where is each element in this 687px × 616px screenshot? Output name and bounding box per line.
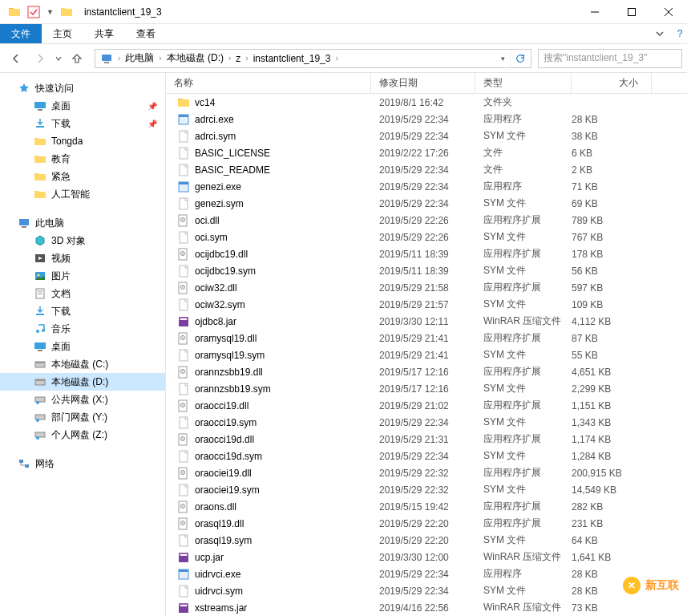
sidebar-item[interactable]: 公共网盘 (X:)	[0, 391, 165, 408]
sidebar-item[interactable]: 桌面📌	[0, 97, 165, 115]
file-name: ociw32.sym	[195, 299, 245, 310]
svg-rect-51	[179, 282, 187, 294]
file-size: 4,112 KB	[572, 316, 652, 327]
file-row[interactable]: ociw32.dll 2019/5/29 21:58 应用程序扩展 597 KB	[166, 279, 687, 296]
file-row[interactable]: BASIC_README 2019/5/29 22:34 文件 2 KB	[166, 161, 687, 178]
sidebar-item[interactable]: 个人网盘 (Z:)	[0, 426, 165, 444]
file-row[interactable]: ocijdbc19.sym 2019/5/11 18:39 SYM 文件 56 …	[166, 262, 687, 279]
file-type: 应用程序	[475, 567, 572, 581]
help-icon[interactable]: ?	[673, 24, 687, 43]
sidebar-item[interactable]: 3D 对象	[0, 232, 165, 249]
sidebar-network[interactable]: 网络	[0, 455, 165, 472]
sidebar-item[interactable]: 教育	[0, 150, 165, 168]
sidebar-item[interactable]: 紧急	[0, 168, 165, 185]
file-row[interactable]: oraocci19.sym 2019/5/29 22:34 SYM 文件 1,3…	[166, 414, 687, 431]
file-row[interactable]: genezi.exe 2019/5/29 22:34 应用程序 71 KB	[166, 178, 687, 195]
file-row[interactable]: oci.sym 2019/5/29 22:26 SYM 文件 767 KB	[166, 229, 687, 245]
sidebar-item[interactable]: Tongda	[0, 132, 165, 150]
chevron-right-icon[interactable]: ›	[116, 54, 122, 63]
nav-forward-button[interactable]	[29, 47, 51, 70]
ribbon-share-tab[interactable]: 共享	[83, 24, 125, 43]
file-row[interactable]: orannzsbb19.sym 2019/5/17 12:16 SYM 文件 2…	[166, 380, 687, 397]
sidebar-item[interactable]: 视频	[0, 249, 165, 267]
breadcrumb-item[interactable]: 此电脑	[122, 50, 157, 67]
sidebar-item[interactable]: 图片	[0, 267, 165, 285]
column-header-type[interactable]: 类型	[475, 73, 572, 93]
titlebar-dropdown-icon[interactable]: ▼	[46, 8, 54, 16]
file-row[interactable]: adrci.sym 2019/5/29 22:34 SYM 文件 38 KB	[166, 128, 687, 144]
file-row[interactable]: adrci.exe 2019/5/29 22:34 应用程序 28 KB	[166, 111, 687, 128]
search-input[interactable]: 搜索"instantclient_19_3"	[538, 49, 682, 68]
maximize-button[interactable]	[613, 0, 650, 24]
sidebar-item[interactable]: 下载📌	[0, 115, 165, 132]
file-row[interactable]: oraocci19.dll 2019/5/29 21:02 应用程序扩展 1,1…	[166, 397, 687, 414]
svg-rect-9	[36, 126, 44, 128]
file-date: 2019/5/11 18:39	[371, 249, 475, 260]
chevron-right-icon[interactable]: ›	[333, 54, 339, 63]
chevron-right-icon[interactable]: ›	[157, 54, 163, 63]
file-row[interactable]: oramysql19.dll 2019/5/29 21:41 应用程序扩展 87…	[166, 330, 687, 346]
breadcrumb-item[interactable]: 本地磁盘 (D:)	[164, 50, 227, 67]
sidebar-item[interactable]: 本地磁盘 (C:)	[0, 355, 165, 373]
file-row[interactable]: genezi.sym 2019/5/29 22:34 SYM 文件 69 KB	[166, 195, 687, 212]
file-row[interactable]: oci.dll 2019/5/29 22:26 应用程序扩展 789 KB	[166, 212, 687, 229]
svg-rect-57	[180, 318, 187, 320]
file-row[interactable]: orasql19.sym 2019/5/29 22:20 SYM 文件 64 K…	[166, 532, 687, 549]
folder-small-icon	[60, 6, 73, 18]
sidebar-item[interactable]: 文档	[0, 285, 165, 302]
file-size: 28 KB	[572, 114, 652, 125]
sidebar-item[interactable]: 下载	[0, 302, 165, 320]
file-row[interactable]: uidrvci.sym 2019/5/29 22:34 SYM 文件 28 KB	[166, 582, 687, 599]
file-row[interactable]: oramysql19.sym 2019/5/29 21:41 SYM 文件 55…	[166, 346, 687, 363]
ribbon-view-tab[interactable]: 查看	[125, 24, 167, 43]
svg-rect-37	[180, 131, 188, 142]
column-header-size[interactable]: 大小	[572, 73, 652, 93]
file-row[interactable]: ojdbc8.jar 2019/3/30 12:11 WinRAR 压缩文件 4…	[166, 313, 687, 330]
breadcrumb[interactable]: › 此电脑 › 本地磁盘 (D:) › z › instantclient_19…	[95, 49, 531, 68]
sidebar-item[interactable]: 音乐	[0, 320, 165, 338]
file-name: oraocci19.dll	[195, 400, 249, 411]
minimize-button[interactable]	[576, 0, 613, 24]
check-icon[interactable]	[27, 6, 40, 18]
sidebar-item[interactable]: 本地磁盘 (D:)	[0, 373, 165, 391]
column-header-name[interactable]: 名称	[166, 73, 371, 93]
breadcrumb-dropdown-icon[interactable]: ▾	[495, 55, 510, 63]
nav-up-button[interactable]	[66, 47, 88, 70]
file-size: 200,915 KB	[572, 468, 652, 479]
column-header-date[interactable]: 修改日期	[371, 73, 475, 93]
file-size: 28 KB	[572, 569, 652, 580]
sidebar-item[interactable]: 部门网盘 (Y:)	[0, 408, 165, 426]
file-row[interactable]: xstreams.jar 2019/4/16 22:56 WinRAR 压缩文件…	[166, 599, 687, 616]
breadcrumb-item[interactable]: instantclient_19_3	[250, 50, 334, 67]
file-row[interactable]: vc14 2019/8/1 16:42 文件夹	[166, 94, 687, 111]
sidebar-quick-access[interactable]: 快速访问	[0, 79, 165, 97]
sidebar-item[interactable]: 人工智能	[0, 185, 165, 203]
file-list: 名称 修改日期 类型 大小 vc14 2019/8/1 16:42 文件夹 ad…	[166, 73, 687, 616]
close-button[interactable]	[650, 0, 687, 24]
file-row[interactable]: oraocci19d.sym 2019/5/29 22:34 SYM 文件 1,…	[166, 448, 687, 464]
svg-rect-7	[34, 102, 46, 108]
refresh-button[interactable]	[510, 50, 529, 67]
ribbon-home-tab[interactable]: 主页	[42, 24, 83, 43]
ribbon-file-tab[interactable]: 文件	[0, 24, 42, 43]
file-row[interactable]: orasql19.dll 2019/5/29 22:20 应用程序扩展 231 …	[166, 515, 687, 532]
sidebar-item[interactable]: 桌面	[0, 338, 165, 355]
file-row[interactable]: ociw32.sym 2019/5/29 21:57 SYM 文件 109 KB	[166, 296, 687, 313]
nav-back-button[interactable]	[5, 47, 27, 70]
file-row[interactable]: BASIC_LICENSE 2019/2/22 17:26 文件 6 KB	[166, 144, 687, 161]
breadcrumb-item[interactable]: z	[232, 50, 244, 67]
ribbon-expand-icon[interactable]	[647, 24, 673, 43]
file-row[interactable]: ocijdbc19.dll 2019/5/11 18:39 应用程序扩展 178…	[166, 245, 687, 262]
svg-rect-54	[180, 299, 188, 310]
chevron-right-icon[interactable]: ›	[227, 54, 232, 63]
file-row[interactable]: oraons.dll 2019/5/15 19:42 应用程序扩展 282 KB	[166, 498, 687, 515]
nav-history-icon[interactable]	[53, 47, 64, 70]
file-row[interactable]: uidrvci.exe 2019/5/29 22:34 应用程序 28 KB	[166, 565, 687, 582]
file-row[interactable]: oraociei19.dll 2019/5/29 22:32 应用程序扩展 20…	[166, 464, 687, 481]
file-row[interactable]: orannzsbb19.dll 2019/5/17 12:16 应用程序扩展 4…	[166, 363, 687, 380]
file-row[interactable]: oraocci19d.dll 2019/5/29 21:31 应用程序扩展 1,…	[166, 431, 687, 448]
chevron-right-icon[interactable]: ›	[244, 54, 249, 63]
file-row[interactable]: ucp.jar 2019/3/30 12:00 WinRAR 压缩文件 1,64…	[166, 549, 687, 565]
sidebar-this-pc[interactable]: 此电脑	[0, 214, 165, 232]
file-row[interactable]: oraociei19.sym 2019/5/29 22:32 SYM 文件 14…	[166, 481, 687, 498]
